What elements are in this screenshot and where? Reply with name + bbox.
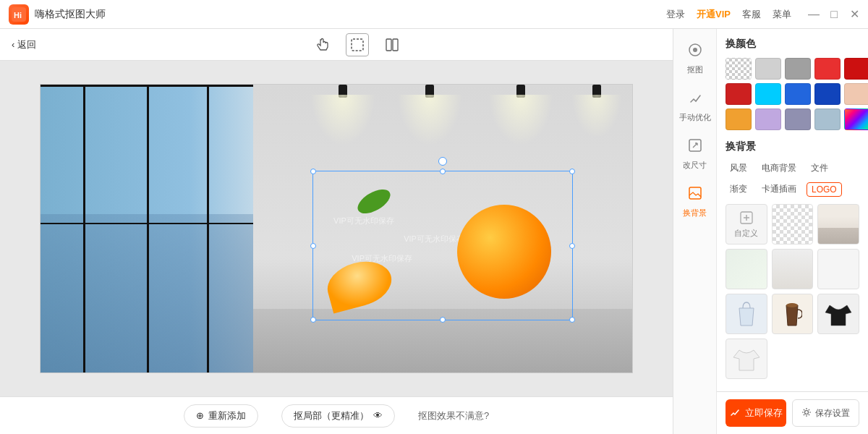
maximize-button[interactable]: □ xyxy=(829,9,839,20)
custom-label: 自定义 xyxy=(734,228,758,239)
svg-rect-8 xyxy=(689,187,701,199)
plus-circle-icon: ⊕ xyxy=(196,410,204,421)
login-button[interactable]: 登录 xyxy=(666,8,685,21)
readd-label: 重新添加 xyxy=(208,409,246,422)
color-swatch-lightgray[interactable] xyxy=(755,58,781,80)
canvas-area: ‹ 返回 xyxy=(0,29,673,434)
titlebar: Hi 嗨格式抠图大师 登录 开通VIP 客服 菜单 — □ ✕ xyxy=(0,0,868,29)
svg-point-10 xyxy=(786,303,798,307)
right-sidebar: 抠图 手动优化 改尺寸 换背景 xyxy=(673,29,868,434)
color-swatch-lightblue[interactable] xyxy=(814,109,841,130)
color-swatch-transparent[interactable] xyxy=(726,58,752,80)
bg-tab-gradient[interactable]: 渐变 xyxy=(726,182,752,197)
svg-point-6 xyxy=(693,48,697,52)
cutout-label: 抠图 xyxy=(687,64,703,75)
color-swatch-darkblue[interactable] xyxy=(814,83,841,105)
minimize-button[interactable]: — xyxy=(809,9,819,20)
save-settings-label: 保存设置 xyxy=(815,407,850,420)
bg-thumb-white[interactable] xyxy=(817,249,859,289)
tool-cutout[interactable]: 抠图 xyxy=(673,35,716,82)
svg-rect-3 xyxy=(386,39,391,51)
color-swatch-gray[interactable] xyxy=(785,58,811,80)
bg-thumb-cup[interactable] xyxy=(772,294,814,334)
menu-button[interactable]: 菜单 xyxy=(773,8,791,21)
color-swatch-peach[interactable] xyxy=(844,83,868,105)
service-button[interactable]: 客服 xyxy=(742,8,761,21)
bg-thumbnails: 自定义 xyxy=(726,204,859,379)
save-settings-button[interactable]: 保存设置 xyxy=(792,399,859,427)
back-label: 返回 xyxy=(17,38,36,51)
color-swatch-gradient[interactable] xyxy=(844,109,868,130)
close-button[interactable]: ✕ xyxy=(849,9,859,20)
bg-icon xyxy=(687,185,703,205)
color-swatch-blue[interactable] xyxy=(785,83,811,105)
bg-label: 换背景 xyxy=(683,208,707,218)
orange-container[interactable]: VIP可无水印保存 VIP可无水印保存 VIP可无水印保存 xyxy=(312,171,573,320)
orange-slice xyxy=(323,255,396,314)
tool-resize[interactable]: 改尺寸 xyxy=(673,130,716,178)
canvas-image[interactable]: VIP可无水印保存 VIP可无水印保存 VIP可无水印保存 xyxy=(40,84,633,373)
bg-thumb-checker[interactable] xyxy=(772,204,814,244)
bottom-bar: ⊕ 重新添加 抠局部（更精准） 👁 抠图效果不满意? xyxy=(0,396,673,434)
color-swatch-orange[interactable] xyxy=(726,109,752,130)
window-controls: — □ ✕ xyxy=(809,9,859,20)
svg-text:Hi: Hi xyxy=(14,11,22,20)
tool-optimize[interactable]: 手动优化 xyxy=(673,82,716,130)
handle-ml[interactable] xyxy=(310,243,316,249)
optimize-label: 手动优化 xyxy=(679,112,711,123)
change-bg-title: 换背景 xyxy=(726,140,859,153)
local-cutout-label: 抠局部（更精准） xyxy=(294,409,369,422)
window-area xyxy=(41,85,253,373)
split-tool-icon[interactable] xyxy=(380,33,404,56)
cutout-icon xyxy=(687,42,703,61)
local-cutout-button[interactable]: 抠局部（更精准） 👁 xyxy=(281,404,395,427)
change-color-title: 换颜色 xyxy=(726,38,859,51)
color-swatch-steelblue[interactable] xyxy=(785,109,811,130)
select-tool-icon[interactable] xyxy=(346,33,369,56)
bg-tab-ecommerce[interactable]: 电商背景 xyxy=(757,161,801,176)
color-swatch-darkred[interactable] xyxy=(844,58,868,80)
bg-tab-scenery[interactable]: 风景 xyxy=(726,161,752,176)
tool-strip: 抠图 手动优化 改尺寸 换背景 xyxy=(673,29,717,434)
bg-thumb-clothes[interactable] xyxy=(817,294,859,334)
handle-mr[interactable] xyxy=(569,243,575,249)
tool-bg[interactable]: 换背景 xyxy=(673,178,716,226)
save-main-button[interactable]: 立即保存 xyxy=(726,399,786,427)
svg-rect-4 xyxy=(393,39,398,51)
bg-thumb-room1[interactable] xyxy=(817,204,859,244)
readd-button[interactable]: ⊕ 重新添加 xyxy=(184,404,258,427)
light-1 xyxy=(310,85,375,145)
bg-tab-cartoon[interactable]: 卡通插画 xyxy=(757,182,801,197)
handle-bc[interactable] xyxy=(440,317,446,323)
orange-whole xyxy=(457,205,551,299)
panel-container: 换颜色 xyxy=(717,29,868,434)
orange-leaf xyxy=(354,185,394,219)
main-area: ‹ 返回 xyxy=(0,29,868,434)
color-swatch-cyan[interactable] xyxy=(755,83,781,105)
bg-tab-file[interactable]: 文件 xyxy=(807,161,833,176)
vip-button[interactable]: 开通VIP xyxy=(697,8,731,21)
resize-icon xyxy=(687,137,703,157)
back-arrow-icon: ‹ xyxy=(12,39,14,50)
bg-thumb-room2[interactable] xyxy=(726,249,767,289)
handle-tl[interactable] xyxy=(310,169,316,174)
save-row: 立即保存 保存设置 xyxy=(717,391,868,434)
eye-icon: 👁 xyxy=(373,410,383,421)
color-swatch-red1[interactable] xyxy=(814,58,841,80)
gear-icon xyxy=(801,407,812,420)
bg-thumb-tshirt[interactable] xyxy=(726,339,767,379)
toolbar-bar: ‹ 返回 xyxy=(0,29,673,61)
handle-tc[interactable] xyxy=(440,169,446,174)
bg-thumb-custom[interactable]: 自定义 xyxy=(726,204,767,244)
bg-thumb-room3[interactable] xyxy=(772,249,814,289)
color-swatch-lavender[interactable] xyxy=(755,109,781,130)
bg-tab-logo[interactable]: LOGO xyxy=(807,182,842,197)
panel-scrollable: 换颜色 xyxy=(717,29,868,391)
bg-thumb-bag[interactable] xyxy=(726,294,767,334)
back-button[interactable]: ‹ 返回 xyxy=(12,38,36,51)
light-2 xyxy=(397,85,462,145)
color-swatch-crimson[interactable] xyxy=(726,83,752,105)
hand-tool-icon[interactable] xyxy=(311,33,334,56)
light-3 xyxy=(488,85,553,145)
rotate-handle[interactable] xyxy=(438,157,447,166)
